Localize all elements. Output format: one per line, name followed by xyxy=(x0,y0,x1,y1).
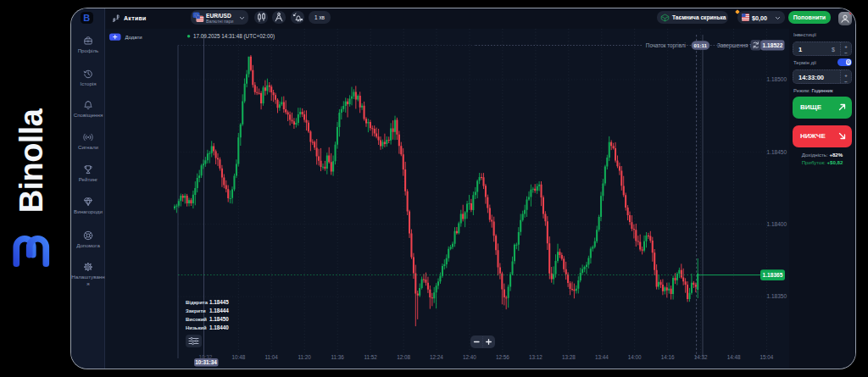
svg-text:12:24: 12:24 xyxy=(430,354,443,360)
svg-text:1.18440: 1.18440 xyxy=(209,324,229,330)
svg-text:13:12: 13:12 xyxy=(529,354,542,360)
svg-text:10:31:34: 10:31:34 xyxy=(195,359,217,365)
svg-text:1.18350: 1.18350 xyxy=(767,293,787,299)
svg-text:11:20: 11:20 xyxy=(298,354,312,360)
svg-text:13:44: 13:44 xyxy=(595,354,609,360)
svg-text:Початок торгівлі: Початок торгівлі xyxy=(646,42,686,49)
svg-text:Низький: Низький xyxy=(186,325,207,330)
svg-text:Відкрита: Відкрита xyxy=(186,300,209,305)
svg-text:1.18365: 1.18365 xyxy=(763,272,783,278)
svg-text:14:48: 14:48 xyxy=(727,354,741,360)
svg-text:11:04: 11:04 xyxy=(265,354,279,360)
svg-text:11:36: 11:36 xyxy=(331,354,344,360)
svg-text:1.18522: 1.18522 xyxy=(763,42,783,48)
svg-text:17.09.2025 14:31:48 (UTC+02:00: 17.09.2025 14:31:48 (UTC+02:00) xyxy=(193,33,275,40)
svg-text:14:16: 14:16 xyxy=(661,354,675,360)
svg-text:1.18450: 1.18450 xyxy=(209,316,229,322)
svg-text:11:52: 11:52 xyxy=(364,354,377,360)
svg-text:14:00: 14:00 xyxy=(628,354,642,360)
svg-text:Високий: Високий xyxy=(186,317,207,322)
svg-text:14:32: 14:32 xyxy=(694,354,708,360)
svg-text:1.18500: 1.18500 xyxy=(767,76,787,82)
svg-text:Додати: Додати xyxy=(125,35,142,40)
svg-text:12:56: 12:56 xyxy=(496,354,509,360)
svg-text:15:04: 15:04 xyxy=(760,354,774,360)
svg-text:1.18445: 1.18445 xyxy=(209,299,229,305)
svg-text:12:08: 12:08 xyxy=(397,354,410,360)
svg-text:1.18444: 1.18444 xyxy=(209,308,229,313)
svg-text:01:11: 01:11 xyxy=(694,42,708,48)
svg-text:12:40: 12:40 xyxy=(463,354,476,360)
svg-text:1.18400: 1.18400 xyxy=(767,221,787,227)
svg-text:Завершення то: Завершення то xyxy=(717,42,755,49)
svg-text:13:28: 13:28 xyxy=(562,354,576,360)
svg-text:Закрити: Закрити xyxy=(186,308,206,313)
svg-text:10:48: 10:48 xyxy=(231,354,245,360)
svg-text:1.18450: 1.18450 xyxy=(767,149,787,155)
